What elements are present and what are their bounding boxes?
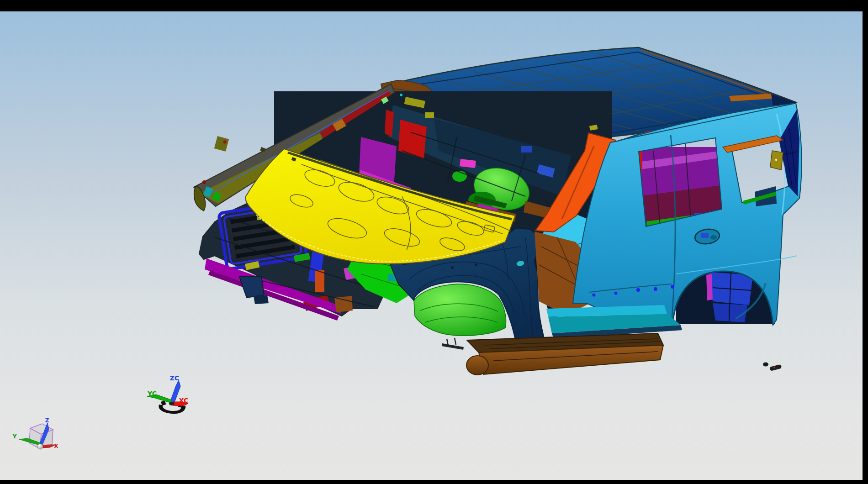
graphics-viewport[interactable]: ZC YC XC Z Y X [0,0,868,484]
wcs-x-label: XC [179,397,189,404]
bottom-frame-bar [0,480,863,484]
running-board-end-cap [466,356,488,375]
datum-z-label: Z [45,417,49,424]
datum-x-label: X [54,443,58,449]
wcs-z-label: ZC [170,374,179,382]
wcs-y-label: YC [147,390,157,397]
datum-origin-sphere[interactable] [37,444,43,449]
datum-y-label: Y [12,433,17,440]
right-frame-bar [863,11,868,484]
cad-application-window: ZC YC XC Z Y X [0,0,868,484]
top-frame-bar [0,0,868,11]
